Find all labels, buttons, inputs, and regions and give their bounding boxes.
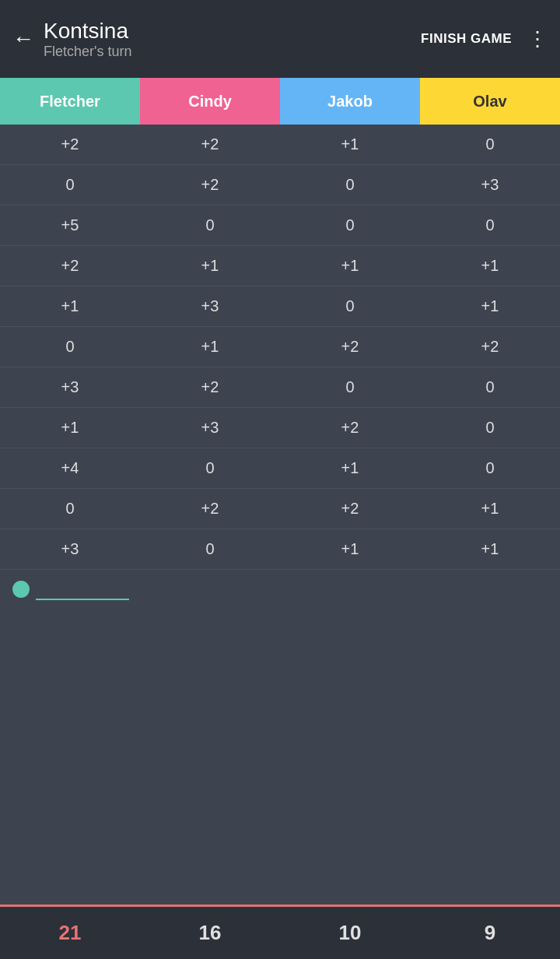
score-cell: +1 [280, 246, 420, 286]
score-cell: +1 [420, 489, 560, 529]
turn-indicator: Fletcher's turn [44, 44, 131, 60]
score-cell: 0 [0, 165, 140, 205]
score-cell: +1 [140, 246, 280, 286]
score-cell: 0 [280, 286, 420, 326]
score-cell: 0 [140, 206, 280, 245]
score-cell: 0 [0, 489, 140, 529]
score-cell: 0 [280, 367, 420, 407]
score-cell: +2 [140, 125, 280, 164]
header-title-block: Kontsina Fletcher's turn [44, 19, 131, 60]
score-cell: +3 [140, 408, 280, 448]
score-cell: +2 [280, 327, 420, 367]
table-row: +2+1+1+1 [0, 246, 560, 286]
score-cell: +2 [0, 246, 140, 286]
total-score-cindy: 16 [140, 907, 280, 959]
score-cell: +1 [420, 246, 560, 286]
score-cell: 0 [420, 448, 560, 488]
score-cell: +2 [140, 367, 280, 407]
table-row: +1+30+1 [0, 286, 560, 327]
score-cell: +3 [0, 367, 140, 407]
score-cell: +1 [420, 286, 560, 326]
score-cell: +2 [280, 489, 420, 529]
score-cell: +2 [0, 125, 140, 164]
input-indicator-dot [12, 581, 30, 598]
total-score-olav: 9 [420, 907, 560, 959]
table-row: 0+2+2+1 [0, 489, 560, 529]
game-title: Kontsina [44, 19, 131, 44]
score-cell: +1 [140, 327, 280, 367]
header-right: FINISH GAME ⋮ [421, 27, 548, 51]
score-cell: 0 [0, 327, 140, 367]
score-cell: 0 [140, 529, 280, 569]
score-table: +2+2+100+20+3+5000+2+1+1+1+1+30+10+1+2+2… [0, 125, 560, 570]
score-cell: 0 [420, 125, 560, 164]
score-cell: 0 [280, 206, 420, 245]
header-left: ← Kontsina Fletcher's turn [12, 19, 131, 60]
input-row [0, 570, 560, 608]
table-row: +40+10 [0, 448, 560, 489]
columns-header: FletcherCindyJakobOlav [0, 78, 560, 125]
total-score-jakob: 10 [280, 907, 420, 959]
col-header-jakob: Jakob [280, 78, 420, 125]
table-row: +3+200 [0, 367, 560, 408]
score-input[interactable] [36, 578, 129, 600]
col-header-cindy: Cindy [140, 78, 280, 125]
table-row: 0+20+3 [0, 165, 560, 206]
score-cell: +2 [420, 327, 560, 367]
score-cell: +2 [140, 165, 280, 205]
more-options-icon[interactable]: ⋮ [527, 27, 548, 51]
back-icon[interactable]: ← [12, 28, 34, 50]
score-cell: +2 [280, 408, 420, 448]
score-cell: 0 [420, 367, 560, 407]
score-cell: +1 [280, 125, 420, 164]
table-row: +5000 [0, 206, 560, 246]
score-cell: +3 [140, 286, 280, 326]
app-header: ← Kontsina Fletcher's turn FINISH GAME ⋮ [0, 0, 560, 78]
score-cell: +2 [140, 489, 280, 529]
score-cell: +1 [0, 408, 140, 448]
score-cell: +1 [0, 286, 140, 326]
total-score-fletcher: 21 [0, 907, 140, 959]
table-row: +2+2+10 [0, 125, 560, 165]
score-cell: 0 [140, 448, 280, 488]
score-cell: 0 [420, 408, 560, 448]
score-cell: +3 [420, 165, 560, 205]
footer-totals: 2116109 [0, 905, 560, 959]
col-header-olav: Olav [420, 78, 560, 125]
score-cell: +3 [0, 529, 140, 569]
table-row: +30+1+1 [0, 529, 560, 570]
score-cell: +4 [0, 448, 140, 488]
score-cell: +5 [0, 206, 140, 245]
table-row: 0+1+2+2 [0, 327, 560, 367]
score-cell: +1 [280, 448, 420, 488]
score-cell: 0 [280, 165, 420, 205]
score-cell: +1 [280, 529, 420, 569]
score-cell: 0 [420, 206, 560, 245]
score-cell: +1 [420, 529, 560, 569]
table-row: +1+3+20 [0, 408, 560, 448]
col-header-fletcher: Fletcher [0, 78, 140, 125]
finish-game-button[interactable]: FINISH GAME [421, 31, 512, 47]
